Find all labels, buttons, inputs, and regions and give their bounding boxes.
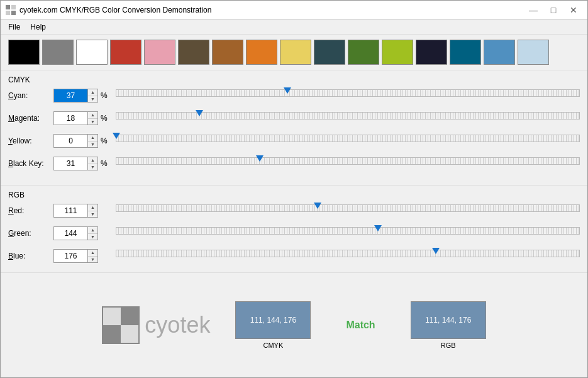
swatch-red[interactable] bbox=[110, 40, 141, 65]
black-input[interactable] bbox=[53, 157, 88, 170]
magenta-decrement[interactable]: ▼ bbox=[88, 119, 97, 125]
green-decrement[interactable]: ▼ bbox=[88, 234, 97, 240]
green-input[interactable] bbox=[53, 226, 88, 240]
green-increment[interactable]: ▲ bbox=[88, 227, 97, 234]
svg-rect-2 bbox=[6, 11, 10, 15]
blue-slider-container bbox=[116, 247, 580, 265]
swatches-row bbox=[1, 35, 587, 70]
cyan-spinner-buttons: ▲ ▼ bbox=[88, 89, 98, 103]
red-increment[interactable]: ▲ bbox=[88, 204, 97, 211]
swatch-green-light[interactable] bbox=[382, 40, 413, 65]
yellow-decrement[interactable]: ▼ bbox=[88, 142, 97, 148]
menu-help[interactable]: Help bbox=[25, 21, 51, 33]
magenta-spinner: ▲ ▼ bbox=[53, 111, 98, 125]
minimize-button[interactable]: — bbox=[524, 4, 542, 16]
black-increment[interactable]: ▲ bbox=[88, 157, 97, 164]
swatch-black[interactable] bbox=[8, 40, 40, 65]
cyan-input[interactable] bbox=[53, 89, 88, 103]
swatch-pink[interactable] bbox=[144, 40, 175, 65]
yellow-slider-track[interactable] bbox=[116, 135, 580, 142]
black-spinner: ▲ ▼ bbox=[53, 157, 98, 170]
black-row: Black Key: ▲ ▼ % bbox=[8, 155, 580, 172]
red-spinner: ▲ ▼ bbox=[53, 204, 98, 218]
rgb-color-box: 111, 144, 176 bbox=[411, 301, 486, 339]
swatch-teal-dark[interactable] bbox=[314, 40, 345, 65]
yellow-spinner: ▲ ▼ bbox=[53, 134, 98, 148]
maximize-button[interactable]: □ bbox=[545, 4, 562, 16]
red-slider-track[interactable] bbox=[116, 204, 580, 212]
blue-slider-thumb[interactable] bbox=[432, 248, 440, 259]
cyan-slider-thumb[interactable] bbox=[284, 87, 291, 99]
svg-rect-3 bbox=[11, 11, 16, 15]
cyan-decrement[interactable]: ▼ bbox=[88, 96, 97, 103]
main-window: cyotek.com CMYK/RGB Color Conversion Dem… bbox=[0, 0, 588, 378]
red-decrement[interactable]: ▼ bbox=[88, 211, 97, 218]
red-input[interactable] bbox=[53, 204, 88, 218]
black-pct: % bbox=[101, 159, 111, 168]
swatch-yellow[interactable] bbox=[280, 40, 311, 65]
blue-label: Blue: bbox=[8, 252, 53, 260]
yellow-increment[interactable]: ▲ bbox=[88, 135, 97, 142]
black-label: Black Key: bbox=[8, 159, 53, 168]
cyan-increment[interactable]: ▲ bbox=[88, 89, 97, 96]
green-slider-thumb[interactable] bbox=[374, 225, 382, 236]
green-row: Green: ▲ ▼ bbox=[8, 225, 580, 242]
svg-rect-1 bbox=[11, 5, 16, 9]
magenta-slider-container bbox=[116, 109, 580, 127]
blue-decrement[interactable]: ▼ bbox=[88, 257, 97, 263]
blue-slider-track[interactable] bbox=[116, 250, 580, 257]
swatch-gray[interactable] bbox=[42, 40, 74, 65]
yellow-spinner-buttons: ▲ ▼ bbox=[88, 134, 98, 148]
magenta-slider-thumb[interactable] bbox=[196, 110, 203, 121]
blue-input[interactable] bbox=[53, 249, 88, 263]
magenta-row: Magenta: ▲ ▼ % bbox=[8, 109, 580, 127]
yellow-pct: % bbox=[101, 136, 111, 145]
yellow-slider-container bbox=[116, 132, 580, 150]
cmyk-color-label: CMYK bbox=[263, 342, 284, 349]
magenta-input[interactable] bbox=[53, 111, 88, 125]
magenta-pct: % bbox=[101, 114, 111, 123]
yellow-row: Yellow: ▲ ▼ % bbox=[8, 132, 580, 150]
rgb-label: RGB bbox=[8, 191, 580, 199]
match-button[interactable]: Match bbox=[336, 314, 385, 336]
blue-spinner-buttons: ▲ ▼ bbox=[88, 249, 98, 263]
swatch-green-dark[interactable] bbox=[348, 40, 379, 65]
magenta-increment[interactable]: ▲ bbox=[88, 112, 97, 119]
rgb-color-label: RGB bbox=[441, 342, 456, 349]
logo-section: cyotek bbox=[102, 306, 210, 344]
logo-quadrant-3 bbox=[103, 325, 121, 343]
green-spinner-buttons: ▲ ▼ bbox=[88, 226, 98, 240]
logo-quadrant-2 bbox=[121, 308, 138, 325]
red-row: Red: ▲ ▼ bbox=[8, 202, 580, 220]
blue-increment[interactable]: ▲ bbox=[88, 250, 97, 257]
swatch-sky-blue[interactable] bbox=[484, 40, 515, 65]
yellow-slider-thumb[interactable] bbox=[113, 133, 120, 144]
magenta-spinner-buttons: ▲ ▼ bbox=[88, 111, 98, 125]
yellow-input[interactable] bbox=[53, 134, 88, 148]
black-decrement[interactable]: ▼ bbox=[88, 164, 97, 170]
cyotek-logo-icon bbox=[102, 306, 140, 344]
black-slider-thumb[interactable] bbox=[256, 155, 263, 167]
swatch-navy[interactable] bbox=[416, 40, 447, 65]
cmyk-color-box-container: 111, 144, 176 CMYK bbox=[235, 301, 311, 349]
red-slider-thumb[interactable] bbox=[314, 203, 321, 214]
swatch-brown[interactable] bbox=[212, 40, 243, 65]
close-button[interactable]: ✕ bbox=[565, 4, 582, 16]
swatch-brown-dark[interactable] bbox=[178, 40, 209, 65]
magenta-slider-track[interactable] bbox=[116, 112, 580, 120]
cyan-spinner: ▲ ▼ bbox=[53, 89, 98, 103]
swatch-light-blue[interactable] bbox=[518, 40, 549, 65]
cyan-slider-track[interactable] bbox=[116, 89, 580, 97]
green-label: Green: bbox=[8, 229, 53, 238]
cyan-pct: % bbox=[101, 91, 111, 100]
black-slider-track[interactable] bbox=[116, 157, 580, 165]
swatch-white[interactable] bbox=[76, 40, 108, 65]
swatch-orange[interactable] bbox=[246, 40, 277, 65]
svg-rect-0 bbox=[6, 5, 10, 9]
window-title: cyotek.com CMYK/RGB Color Conversion Dem… bbox=[19, 6, 211, 14]
bottom-section: cyotek 111, 144, 176 CMYK Match 111, 144… bbox=[1, 273, 587, 377]
menu-file[interactable]: File bbox=[3, 21, 25, 33]
swatch-teal[interactable] bbox=[450, 40, 481, 65]
green-slider-track[interactable] bbox=[116, 227, 580, 235]
black-slider-container bbox=[116, 155, 580, 172]
